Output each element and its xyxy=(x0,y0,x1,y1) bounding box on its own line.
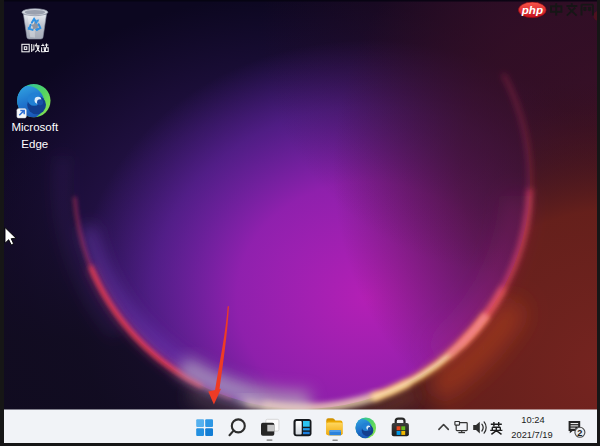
svg-text:Edge: Edge xyxy=(21,138,48,150)
svg-text:Microsoft: Microsoft xyxy=(11,121,58,133)
svg-text:2021/7/19: 2021/7/19 xyxy=(511,430,552,440)
svg-text:2: 2 xyxy=(577,428,582,438)
svg-text:10:24: 10:24 xyxy=(521,415,544,425)
svg-text:php: php xyxy=(521,3,543,16)
